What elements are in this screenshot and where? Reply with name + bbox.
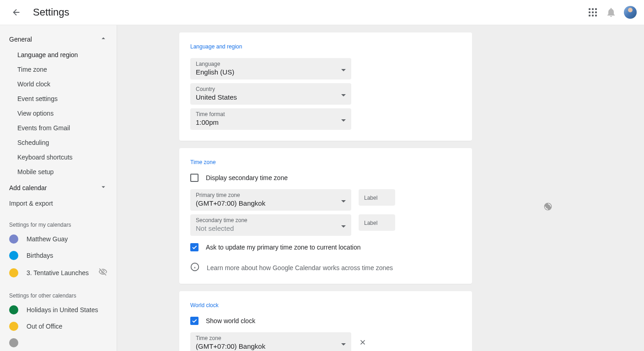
sidebar-item-import-export[interactable]: Import & export	[0, 196, 117, 211]
swap-timezones-icon[interactable]	[543, 202, 553, 213]
calendar-color-dot	[9, 234, 18, 244]
field-value: 1:00pm	[196, 118, 346, 126]
card-title: Time zone	[190, 159, 461, 165]
header-actions	[587, 6, 637, 19]
sidebar-section-add-calendar[interactable]: Add calendar	[0, 179, 117, 196]
field-label: Secondary time zone	[196, 217, 346, 223]
app-header: Settings	[0, 0, 644, 25]
dropdown-caret-icon	[341, 90, 346, 98]
sidebar-section-general[interactable]: General	[0, 31, 117, 48]
field-placeholder: Label	[364, 195, 377, 201]
language-select[interactable]: Language English (US)	[190, 58, 351, 80]
field-value: United States	[196, 93, 346, 101]
learn-more-link[interactable]: Learn more about how Google Calendar wor…	[207, 264, 393, 271]
sidebar-item-language-region[interactable]: Language and region	[0, 48, 117, 62]
sidebar-item-time-zone[interactable]: Time zone	[0, 62, 117, 77]
field-label: Time format	[196, 111, 346, 117]
calendar-color-dot	[9, 268, 18, 277]
dropdown-caret-icon	[341, 222, 346, 229]
calendar-item[interactable]: Holidays in United States	[0, 302, 117, 318]
back-button[interactable]	[7, 3, 26, 21]
chevron-up-icon	[99, 34, 107, 44]
sidebar-heading-other-calendars: Settings for other calendars	[0, 282, 117, 302]
remove-world-clock-button[interactable]	[359, 338, 367, 348]
card-world-clock: World clock Show world clock Time zone (…	[179, 291, 472, 351]
dropdown-caret-icon	[341, 65, 346, 73]
sidebar-section-label: General	[9, 36, 32, 43]
calendar-label: Birthdays	[27, 252, 107, 259]
sidebar-item-keyboard-shortcuts[interactable]: Keyboard shortcuts	[0, 150, 117, 165]
avatar[interactable]	[624, 6, 637, 19]
secondary-timezone-label-input[interactable]: Label	[359, 214, 395, 231]
world-clock-timezone-select[interactable]: Time zone (GMT+07:00) Bangkok	[190, 332, 351, 351]
calendar-label: Matthew Guay	[27, 235, 107, 243]
card-time-zone: Time zone Display secondary time zone Pr…	[179, 148, 472, 284]
dropdown-caret-icon	[341, 116, 346, 123]
calendar-item[interactable]: Birthdays	[0, 247, 117, 264]
checkbox-label: Show world clock	[206, 317, 255, 324]
card-language-region: Language and region Language English (US…	[179, 32, 472, 141]
calendar-color-dot	[9, 305, 18, 314]
calendar-item[interactable]	[0, 335, 117, 351]
checkbox-label: Ask to update my primary time zone to cu…	[206, 244, 360, 251]
sidebar: General Language and region Time zone Wo…	[0, 25, 117, 351]
time-format-select[interactable]: Time format 1:00pm	[190, 108, 351, 130]
calendar-item[interactable]: Matthew Guay	[0, 231, 117, 247]
card-title: World clock	[190, 302, 461, 308]
apps-icon[interactable]	[587, 7, 598, 18]
main-content: Language and region Language English (US…	[117, 25, 644, 351]
sidebar-item-scheduling[interactable]: Scheduling	[0, 135, 117, 150]
calendar-label: 3. Tentative Launches	[27, 269, 90, 277]
field-label: Time zone	[196, 335, 346, 341]
primary-timezone-label-input[interactable]: Label	[359, 189, 395, 206]
field-label: Language	[196, 61, 346, 67]
field-label: Primary time zone	[196, 192, 346, 198]
sidebar-item-view-options[interactable]: View options	[0, 106, 117, 121]
sidebar-section-label: Add calendar	[9, 184, 47, 191]
card-title: Language and region	[190, 43, 461, 50]
sidebar-item-events-from-gmail[interactable]: Events from Gmail	[0, 121, 117, 135]
calendar-color-dot	[9, 322, 18, 331]
ask-update-timezone-checkbox[interactable]	[190, 243, 199, 251]
secondary-timezone-checkbox[interactable]	[190, 174, 199, 182]
field-value: Not selected	[196, 224, 346, 232]
calendar-label: Holidays in United States	[27, 306, 107, 314]
sidebar-item-event-settings[interactable]: Event settings	[0, 91, 117, 106]
notifications-icon[interactable]	[606, 7, 617, 18]
hidden-eye-icon[interactable]	[98, 267, 107, 278]
checkbox-label: Display secondary time zone	[206, 174, 288, 181]
calendar-item[interactable]: Out of Office	[0, 318, 117, 335]
field-placeholder: Label	[364, 220, 377, 226]
show-world-clock-checkbox[interactable]	[190, 317, 199, 325]
calendar-color-dot	[9, 338, 18, 347]
field-value: English (US)	[196, 68, 346, 76]
dropdown-caret-icon	[341, 197, 346, 204]
arrow-left-icon	[11, 7, 21, 17]
page-title: Settings	[33, 6, 70, 18]
calendar-item[interactable]: 3. Tentative Launches	[0, 264, 117, 282]
primary-timezone-select[interactable]: Primary time zone (GMT+07:00) Bangkok	[190, 189, 351, 211]
country-select[interactable]: Country United States	[190, 83, 351, 105]
chevron-down-icon	[99, 183, 107, 192]
field-value: (GMT+07:00) Bangkok	[196, 342, 346, 350]
sidebar-heading-my-calendars: Settings for my calendars	[0, 211, 117, 231]
field-value: (GMT+07:00) Bangkok	[196, 199, 346, 207]
calendar-color-dot	[9, 251, 18, 260]
info-icon	[190, 262, 199, 273]
calendar-label: Out of Office	[27, 323, 107, 330]
field-label: Country	[196, 86, 346, 92]
secondary-timezone-select[interactable]: Secondary time zone Not selected	[190, 214, 351, 236]
sidebar-item-mobile-setup[interactable]: Mobile setup	[0, 165, 117, 179]
dropdown-caret-icon	[341, 340, 346, 347]
sidebar-item-world-clock[interactable]: World clock	[0, 77, 117, 91]
